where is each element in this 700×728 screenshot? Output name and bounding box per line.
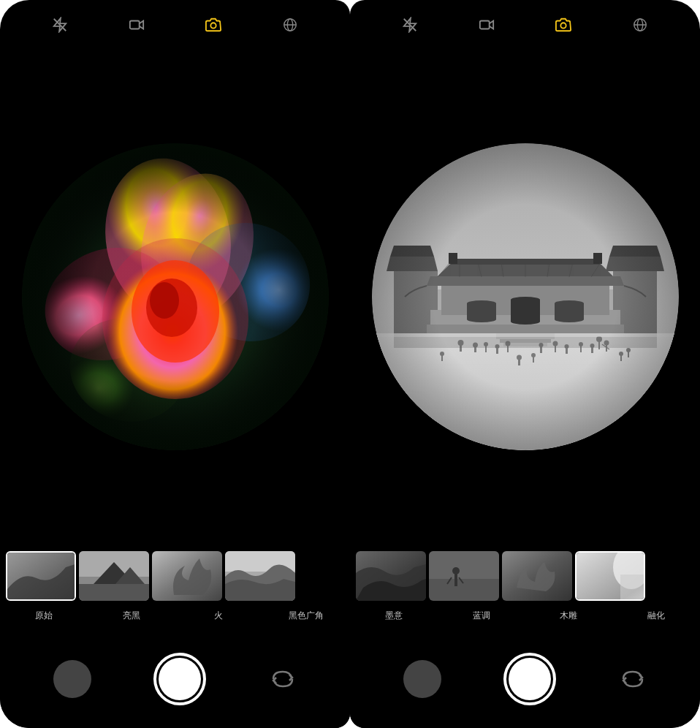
filter-labels-left: 原始 亮黑 火 黑色广角 bbox=[0, 605, 350, 626]
filter-label-lianghe: 亮黑 bbox=[88, 608, 175, 623]
filter-thumbnails-left bbox=[0, 545, 350, 605]
svg-point-18 bbox=[22, 143, 329, 450]
svg-point-31 bbox=[560, 23, 566, 28]
filter-thumb-lantiao[interactable] bbox=[429, 551, 499, 601]
gallery-button-left[interactable] bbox=[53, 660, 91, 698]
phone-left: 原始 亮黑 火 黑色广角 bbox=[0, 0, 350, 728]
phone-right: 墨意 蓝调 木雕 融化 bbox=[350, 0, 700, 728]
video-icon-left[interactable] bbox=[129, 17, 145, 37]
filter-label-lantiao: 蓝调 bbox=[438, 608, 525, 623]
toolbar-left bbox=[0, 0, 350, 48]
filter-thumb-lianghe[interactable] bbox=[79, 551, 149, 601]
flash-icon-right[interactable] bbox=[402, 17, 418, 37]
viewfinder-right bbox=[350, 48, 700, 545]
svg-rect-30 bbox=[480, 21, 490, 29]
svg-rect-107 bbox=[454, 573, 457, 586]
bottom-controls-right bbox=[350, 640, 700, 728]
svg-rect-2 bbox=[130, 21, 140, 29]
filter-thumb-moyi[interactable] bbox=[356, 551, 426, 601]
camera-icon-right[interactable] bbox=[555, 17, 571, 37]
flip-button-left[interactable] bbox=[268, 664, 297, 694]
flash-icon-left[interactable] bbox=[52, 17, 68, 37]
circle-view-right bbox=[372, 143, 679, 450]
filter-label-mudiao: 木雕 bbox=[525, 608, 613, 623]
shutter-inner-right bbox=[509, 658, 551, 700]
svg-point-108 bbox=[452, 567, 460, 575]
filter-label-ronghua: 融化 bbox=[612, 608, 700, 623]
toolbar-right bbox=[350, 0, 700, 48]
lens-icon-left[interactable] bbox=[282, 17, 298, 37]
svg-point-3 bbox=[210, 23, 216, 28]
svg-point-103 bbox=[372, 143, 679, 450]
flip-button-right[interactable] bbox=[618, 664, 647, 694]
viewfinder-left bbox=[0, 48, 350, 545]
filter-thumb-mudiao[interactable] bbox=[502, 551, 572, 601]
filter-thumb-ronghua[interactable] bbox=[575, 551, 645, 601]
gallery-button-right[interactable] bbox=[403, 660, 441, 698]
filter-thumb-yuanshi[interactable] bbox=[6, 551, 76, 601]
svg-rect-114 bbox=[620, 575, 645, 601]
filter-thumb-heiseguangjiao[interactable] bbox=[225, 551, 295, 601]
filter-label-moyi: 墨意 bbox=[350, 608, 438, 623]
shutter-button-right[interactable] bbox=[503, 653, 556, 705]
shutter-inner-left bbox=[159, 658, 201, 700]
video-icon-right[interactable] bbox=[479, 17, 495, 37]
shutter-button-left[interactable] bbox=[153, 653, 206, 705]
filter-strip-right: 墨意 蓝调 木雕 融化 bbox=[350, 545, 700, 640]
camera-icon-left[interactable] bbox=[205, 17, 221, 37]
svg-rect-106 bbox=[429, 551, 499, 579]
filter-strip-left: 原始 亮黑 火 黑色广角 bbox=[0, 545, 350, 640]
filter-labels-right: 墨意 蓝调 木雕 融化 bbox=[350, 605, 700, 626]
bottom-controls-left bbox=[0, 640, 350, 728]
filter-thumb-huo[interactable] bbox=[152, 551, 222, 601]
lens-icon-right[interactable] bbox=[632, 17, 648, 37]
filter-label-huo: 火 bbox=[175, 608, 263, 623]
filter-label-yuanshi: 原始 bbox=[0, 608, 88, 623]
filter-label-heise: 黑色广角 bbox=[262, 608, 350, 623]
filter-thumbnails-right bbox=[350, 545, 700, 605]
svg-rect-24 bbox=[79, 584, 149, 601]
circle-view-left bbox=[22, 143, 329, 450]
